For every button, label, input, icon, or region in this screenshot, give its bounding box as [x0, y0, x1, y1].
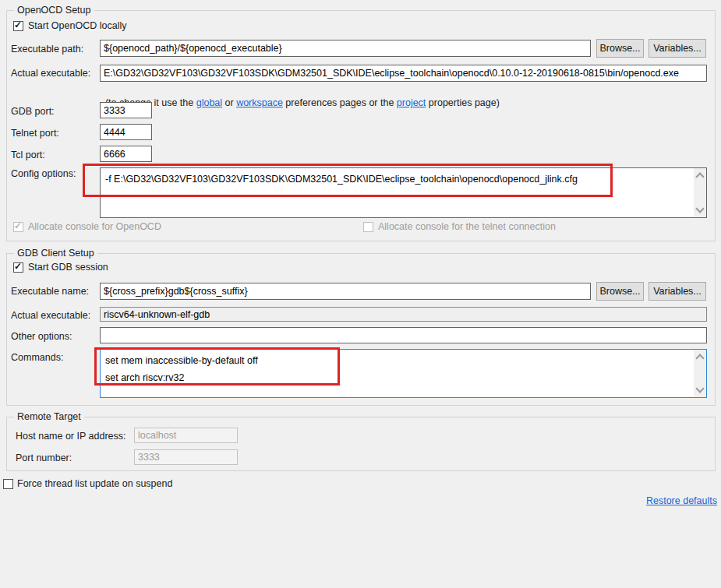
scroll-up-icon[interactable] — [695, 354, 704, 362]
project-link[interactable]: project — [397, 97, 426, 108]
openocd-setup-group-title: OpenOCD Setup — [14, 5, 94, 16]
executable-path-label: Executable path: — [11, 44, 83, 55]
scroll-down-icon[interactable] — [695, 384, 704, 393]
allocate-console-openocd-label: Allocate console for OpenOCD — [28, 221, 161, 233]
commands-text: set mem inaccessible-by-default off set … — [105, 352, 689, 396]
gdb-client-setup-group-title: GDB Client Setup — [14, 248, 97, 259]
other-options-input[interactable] — [100, 327, 707, 343]
tcl-port-label: Tcl port: — [11, 150, 45, 161]
gdb-port-label: GDB port: — [11, 106, 55, 118]
scroll-up-icon[interactable] — [695, 172, 704, 181]
executable-path-input[interactable] — [100, 40, 591, 57]
checkmark-icon: ✓ — [14, 220, 22, 231]
scroll-down-icon[interactable] — [695, 204, 704, 213]
restore-defaults-link[interactable]: Restore defaults — [646, 495, 717, 506]
hint-text: properties page) — [426, 97, 500, 108]
workspace-link[interactable]: workspace — [236, 97, 283, 108]
remote-target-group-title: Remote Target — [14, 411, 84, 422]
variables-button[interactable]: Variables... — [649, 39, 706, 58]
commands-textarea[interactable]: set mem inaccessible-by-default off set … — [100, 349, 707, 398]
force-thread-label: Force thread list update on suspend — [17, 478, 172, 490]
gdb-browse-button[interactable]: Browse... — [596, 282, 644, 301]
hint-text: preferences pages or the — [283, 97, 397, 108]
hint-text: or — [222, 97, 236, 108]
gdb-actual-executable-input[interactable] — [100, 307, 707, 322]
config-options-text: -f E:\GD32\GD32VF103\GD32VF103SDK\GDM325… — [105, 171, 689, 216]
executable-name-input[interactable] — [100, 283, 591, 300]
force-thread-checkbox[interactable] — [3, 479, 13, 489]
allocate-console-telnet-checkbox — [363, 222, 373, 232]
start-openocd-checkbox[interactable]: ✓ — [13, 21, 23, 31]
other-options-label: Other options: — [11, 331, 72, 343]
gdb-actual-executable-label: Actual executable: — [11, 310, 90, 322]
gdb-variables-button[interactable]: Variables... — [649, 282, 706, 301]
global-link[interactable]: global — [196, 97, 222, 108]
config-options-label: Config options: — [11, 168, 76, 180]
commands-label: Commands: — [11, 352, 63, 364]
checkmark-icon: ✓ — [14, 261, 22, 272]
allocate-console-telnet-label: Allocate console for the telnet connecti… — [378, 221, 556, 233]
host-name-label: Host name or IP address: — [16, 431, 126, 442]
config-options-scrollbar[interactable] — [694, 168, 706, 217]
allocate-console-openocd-checkbox: ✓ — [13, 222, 23, 232]
start-gdb-session-checkbox[interactable]: ✓ — [13, 262, 23, 273]
browse-button[interactable]: Browse... — [596, 39, 644, 58]
actual-executable-input[interactable] — [100, 65, 707, 82]
checkmark-icon: ✓ — [14, 19, 22, 30]
commands-scrollbar[interactable] — [694, 350, 706, 397]
tcl-port-input[interactable] — [100, 146, 152, 162]
telnet-port-input[interactable] — [100, 124, 152, 140]
host-name-input — [134, 428, 238, 443]
port-number-input — [134, 449, 238, 465]
gdb-port-input[interactable] — [100, 102, 152, 118]
start-gdb-session-label: Start GDB session — [28, 262, 108, 273]
telnet-port-label: Telnet port: — [11, 128, 59, 139]
remote-target-group — [6, 417, 716, 471]
config-options-textarea[interactable]: -f E:\GD32\GD32VF103\GD32VF103SDK\GDM325… — [100, 167, 707, 218]
actual-executable-label: Actual executable: — [11, 68, 90, 79]
port-number-label: Port number: — [16, 452, 72, 464]
executable-name-label: Executable name: — [11, 286, 89, 298]
preferences-hint: (to change it use the global or workspac… — [100, 86, 500, 109]
start-openocd-label: Start OpenOCD locally — [28, 20, 126, 32]
